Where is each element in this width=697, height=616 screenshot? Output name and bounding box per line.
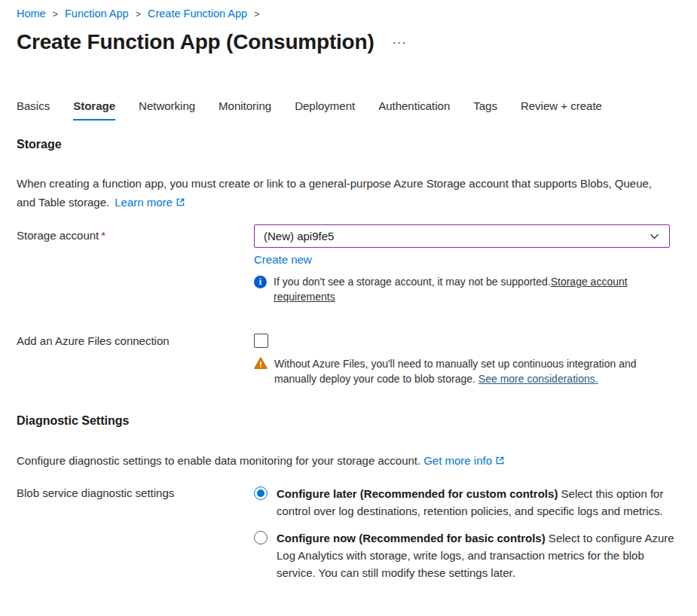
configure-now-bold-label: Configure now (Recommended for basic con… bbox=[277, 532, 546, 544]
breadcrumb-home-link[interactable]: Home bbox=[17, 8, 46, 20]
diagnostic-description-text: Configure diagnostic settings to enable … bbox=[17, 454, 420, 467]
tab-storage[interactable]: Storage bbox=[73, 99, 115, 120]
tab-networking[interactable]: Networking bbox=[139, 99, 195, 120]
radio-dot bbox=[257, 489, 264, 497]
create-new-link[interactable]: Create new bbox=[254, 253, 312, 266]
storage-section-heading: Storage bbox=[17, 138, 678, 151]
more-options-ellipsis-icon[interactable]: ··· bbox=[393, 38, 407, 47]
blob-diagnostic-label: Blob service diagnostic settings bbox=[17, 485, 254, 499]
storage-account-dropdown[interactable]: (New) api9fe5 bbox=[254, 224, 670, 248]
radio-option-configure-now: Configure now (Recommended for basic con… bbox=[254, 529, 674, 581]
storage-account-label: Storage account* bbox=[17, 224, 254, 242]
storage-description-text: When creating a function app, you must c… bbox=[17, 177, 652, 209]
diagnostic-section-description: Configure diagnostic settings to enable … bbox=[17, 451, 666, 471]
see-more-considerations-link[interactable]: See more considerations. bbox=[478, 373, 598, 385]
warning-icon bbox=[254, 357, 267, 386]
storage-info-message: i If you don't see a storage account, it… bbox=[254, 275, 670, 304]
configure-later-radio[interactable] bbox=[254, 486, 267, 500]
learn-more-link[interactable]: Learn more bbox=[115, 196, 173, 209]
tab-monitoring[interactable]: Monitoring bbox=[219, 99, 271, 120]
storage-account-dropdown-value: (New) api9fe5 bbox=[264, 230, 649, 242]
radio-option-configure-later: Configure later (Recommended for custom … bbox=[254, 485, 674, 520]
storage-info-text: If you don't see a storage account, it m… bbox=[274, 276, 551, 288]
wizard-tabs: Basics Storage Networking Monitoring Dep… bbox=[17, 99, 678, 120]
tab-basics[interactable]: Basics bbox=[17, 99, 50, 120]
chevron-down-icon bbox=[649, 230, 660, 242]
breadcrumb-separator: > bbox=[53, 8, 58, 20]
azure-files-warning-message: Without Azure Files, you'll need to manu… bbox=[254, 356, 653, 386]
tab-deployment[interactable]: Deployment bbox=[295, 99, 355, 120]
configure-later-bold-label: Configure later (Recommended for custom … bbox=[277, 487, 558, 500]
breadcrumb-create-function-app-link[interactable]: Create Function App bbox=[148, 8, 247, 20]
create-function-app-page: Home > Function App > Create Function Ap… bbox=[0, 0, 697, 581]
storage-account-row: Storage account* (New) api9fe5 Create ne… bbox=[17, 224, 678, 304]
tab-authentication[interactable]: Authentication bbox=[378, 99, 450, 120]
breadcrumb-separator: > bbox=[254, 8, 259, 20]
azure-files-checkbox[interactable] bbox=[254, 334, 268, 348]
diagnostic-settings-heading: Diagnostic Settings bbox=[17, 414, 678, 428]
breadcrumb-function-app-link[interactable]: Function App bbox=[65, 8, 129, 20]
get-more-info-link[interactable]: Get more info bbox=[423, 454, 492, 467]
page-title: Create Function App (Consumption) bbox=[17, 30, 374, 54]
tab-review-create[interactable]: Review + create bbox=[521, 99, 602, 120]
external-link-icon bbox=[495, 452, 505, 471]
required-asterisk: * bbox=[101, 229, 105, 242]
breadcrumb-separator: > bbox=[136, 8, 141, 20]
info-icon: i bbox=[254, 276, 267, 288]
blob-diagnostic-row: Blob service diagnostic settings Configu… bbox=[17, 485, 678, 581]
storage-section-description: When creating a function app, you must c… bbox=[17, 174, 666, 212]
tab-tags[interactable]: Tags bbox=[473, 99, 497, 120]
azure-files-row: Add an Azure Files connection Without Az… bbox=[17, 332, 678, 386]
configure-now-radio[interactable] bbox=[254, 531, 267, 544]
breadcrumb: Home > Function App > Create Function Ap… bbox=[17, 8, 678, 20]
external-link-icon bbox=[176, 194, 185, 212]
storage-account-label-text: Storage account bbox=[17, 229, 99, 242]
azure-files-label: Add an Azure Files connection bbox=[17, 332, 254, 347]
